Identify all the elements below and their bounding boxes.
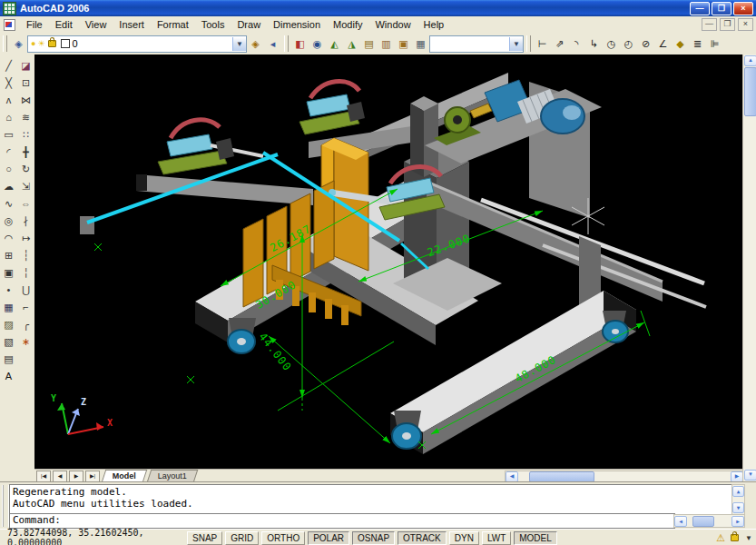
tab-layout1[interactable]: Layout1 (147, 470, 199, 482)
menu-item-dimension[interactable]: Dimension (267, 17, 327, 32)
scroll-left-icon[interactable]: ◀ (674, 516, 687, 527)
command-vertical-scrollbar[interactable]: ▲ ▼ (731, 484, 745, 515)
mdi-close-button[interactable]: × (738, 18, 753, 31)
baseline-dimension-icon[interactable]: ≣ (689, 35, 706, 52)
break-icon[interactable]: ╎ (17, 264, 34, 282)
table-icon[interactable]: ▤ (0, 351, 17, 368)
make-object-layer-current-icon[interactable]: ◈ (247, 35, 264, 52)
sheet-set-manager-icon[interactable]: ▤ (360, 35, 378, 52)
revision-cloud-icon[interactable]: ☁ (0, 178, 17, 195)
layer-combo-dropdown[interactable]: ▼ (232, 37, 246, 51)
menu-item-insert[interactable]: Insert (113, 17, 151, 32)
line-icon[interactable]: ╱ (0, 57, 17, 74)
radius-dimension-icon[interactable]: ◷ (603, 35, 620, 52)
move-icon[interactable]: ╋ (17, 144, 34, 161)
insert-block-icon[interactable]: ⊞ (0, 247, 17, 264)
toolbar-grip[interactable] (3, 35, 7, 52)
status-toggle-snap[interactable]: SNAP (187, 531, 222, 545)
status-toggle-otrack[interactable]: OTRACK (398, 531, 447, 545)
coordinate-readout[interactable]: 73.82744098, 35.21602450, 0.00000000 (0, 528, 187, 545)
dim-style-dropdown[interactable]: ▼ (509, 37, 523, 51)
mirror-icon[interactable]: ⋈ (17, 92, 34, 109)
copy-icon[interactable]: ⊡ (17, 74, 34, 92)
erase-icon[interactable]: ◪ (17, 57, 34, 74)
continue-dimension-icon[interactable]: ⊫ (706, 35, 723, 52)
drawing-file-icon[interactable] (4, 19, 15, 31)
rectangle-icon[interactable]: ▭ (0, 126, 17, 144)
mdi-minimize-button[interactable]: — (702, 18, 717, 31)
etransmit-icon[interactable]: ◭ (326, 35, 343, 52)
arc-length-dimension-icon[interactable]: ◝ (568, 35, 585, 52)
offset-icon[interactable]: ≋ (17, 109, 34, 126)
canvas-vertical-scrollbar[interactable]: ▲ ▼ (742, 54, 756, 481)
menu-item-tools[interactable]: Tools (195, 17, 231, 32)
tab-nav-next-icon[interactable]: ▶ (69, 471, 83, 482)
scroll-up-icon[interactable]: ▲ (732, 486, 744, 497)
diameter-dimension-icon[interactable]: ⊘ (637, 35, 654, 52)
chamfer-icon[interactable]: ⌐ (17, 299, 34, 316)
layer-combo[interactable]: ● ☀ 0 ▼ (27, 35, 247, 53)
tab-nav-first-icon[interactable]: |◀ (36, 471, 51, 482)
restore-button[interactable]: ❐ (712, 2, 731, 15)
mtext-icon[interactable]: A (0, 368, 17, 385)
point-icon[interactable]: • (0, 282, 17, 299)
extend-icon[interactable]: ↦ (17, 230, 34, 247)
scroll-right-icon[interactable]: ▶ (731, 516, 744, 527)
explode-icon[interactable]: ∗ (17, 333, 34, 351)
ordinate-dimension-icon[interactable]: ↳ (585, 35, 603, 52)
block-editor-icon[interactable]: ▣ (395, 35, 412, 52)
status-toggle-dyn[interactable]: DYN (449, 531, 479, 545)
dim-style-combo[interactable]: ▼ (429, 35, 524, 53)
menu-item-format[interactable]: Format (151, 17, 195, 32)
command-history[interactable]: Regenerating model. AutoCAD menu utiliti… (9, 484, 737, 515)
match-properties-icon[interactable]: ◧ (291, 35, 309, 52)
minimize-button[interactable]: — (690, 2, 710, 15)
status-toggle-ortho[interactable]: ORTHO (261, 531, 305, 545)
quick-select-icon[interactable]: ◉ (309, 35, 326, 52)
command-horizontal-scrollbar[interactable]: ◀ ▶ (673, 514, 745, 528)
tab-model[interactable]: Model (102, 470, 148, 482)
circle-icon[interactable]: ○ (0, 161, 17, 178)
menu-item-help[interactable]: Help (417, 17, 451, 32)
tab-nav-prev-icon[interactable]: ◀ (53, 471, 67, 482)
bulb-icon[interactable]: ● (31, 39, 35, 48)
tool-palettes-icon[interactable]: ▦ (412, 35, 429, 52)
menu-item-draw[interactable]: Draw (231, 17, 267, 32)
stretch-icon[interactable]: ⇔ (17, 195, 34, 213)
status-toggle-polar[interactable]: POLAR (308, 531, 349, 545)
ellipse-icon[interactable]: ◎ (0, 213, 17, 230)
scale-icon[interactable]: ⇲ (17, 178, 34, 195)
hatch-icon[interactable]: ▦ (0, 299, 17, 316)
rotate-icon[interactable]: ↻ (17, 161, 34, 178)
tray-dropdown-icon[interactable]: ▼ (745, 534, 752, 542)
scroll-up-icon[interactable]: ▲ (744, 55, 756, 66)
aligned-dimension-icon[interactable]: ⇗ (551, 35, 568, 52)
break-at-point-icon[interactable]: ┆ (17, 247, 34, 264)
status-toggle-osnap[interactable]: OSNAP (352, 531, 395, 545)
scroll-thumb[interactable] (692, 516, 714, 527)
toolbar-grip[interactable] (526, 35, 531, 52)
quick-dimension-icon[interactable]: ◆ (672, 35, 689, 52)
toolbar-lock-icon[interactable] (731, 534, 739, 541)
scroll-thumb[interactable] (744, 67, 756, 116)
command-input-line[interactable]: Command: (9, 513, 675, 529)
close-button[interactable]: × (733, 2, 753, 15)
layer-properties-icon[interactable]: ◈ (10, 35, 27, 52)
status-toggle-lwt[interactable]: LWT (482, 531, 511, 545)
scroll-down-icon[interactable]: ▼ (744, 470, 756, 481)
menu-item-view[interactable]: View (79, 17, 113, 32)
menu-item-file[interactable]: File (20, 17, 49, 32)
freeze-sun-icon[interactable]: ☀ (37, 39, 44, 48)
toolbar-grip[interactable] (284, 35, 289, 52)
scroll-down-icon[interactable]: ▼ (732, 502, 744, 513)
gradient-icon[interactable]: ▨ (0, 316, 17, 333)
region-icon[interactable]: ▧ (0, 333, 17, 351)
join-icon[interactable]: ⋃ (17, 282, 34, 299)
angular-dimension-icon[interactable]: ∠ (654, 35, 672, 52)
menu-item-edit[interactable]: Edit (49, 17, 79, 32)
status-toggle-grid[interactable]: GRID (225, 531, 259, 545)
mdi-restore-button[interactable]: ❐ (720, 18, 735, 31)
status-toggle-model[interactable]: MODEL (514, 531, 557, 545)
menu-item-window[interactable]: Window (368, 17, 417, 32)
menu-item-modify[interactable]: Modify (327, 17, 368, 32)
